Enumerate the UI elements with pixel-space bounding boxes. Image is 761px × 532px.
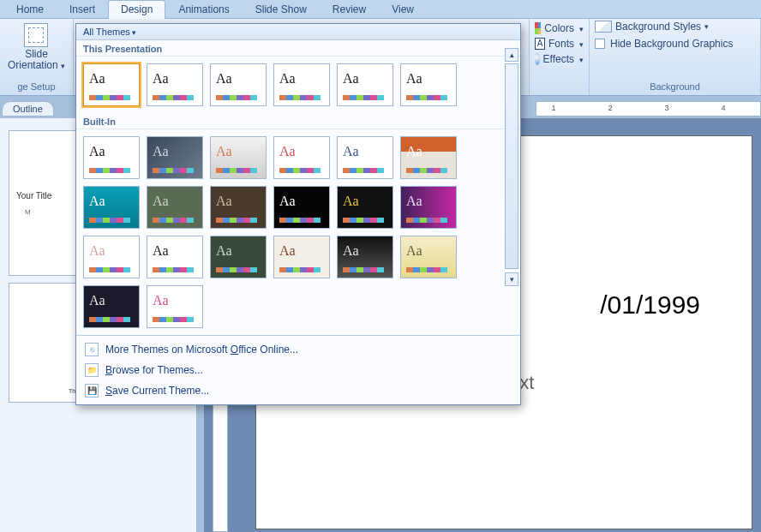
ribbon-tab-view[interactable]: View: [379, 0, 427, 19]
theme-thumb[interactable]: Aa: [83, 186, 140, 229]
theme-color-strip: [343, 95, 384, 100]
theme-thumb[interactable]: Aa: [147, 136, 203, 179]
ribbon-tab-insert[interactable]: Insert: [57, 0, 108, 19]
theme-thumb[interactable]: Aa: [147, 186, 203, 229]
background-styles-button[interactable]: Background Styles ▾: [595, 21, 755, 33]
presentation-themes-grid: AaAaAaAaAaAa: [76, 57, 520, 113]
theme-color-strip: [153, 95, 194, 100]
effects-button[interactable]: Effects: [535, 51, 584, 67]
theme-thumb[interactable]: Aa: [83, 236, 140, 278]
themes-dropdown-footer: ⎋ More Themes on Microsoft Office Online…: [76, 335, 520, 404]
theme-thumb[interactable]: Aa: [273, 186, 330, 229]
all-themes-header[interactable]: All Themes: [76, 24, 520, 40]
theme-color-strip: [153, 168, 194, 173]
theme-thumb[interactable]: Aa: [273, 63, 330, 106]
theme-color-strip: [216, 95, 257, 100]
theme-color-strip: [279, 267, 321, 272]
theme-aa: Aa: [406, 71, 422, 87]
thumb1-sub: M: [25, 208, 31, 216]
theme-aa: Aa: [343, 71, 359, 87]
theme-thumb[interactable]: Aa: [400, 63, 457, 106]
slide-orientation-button[interactable]: SlideOrientation ▾: [6, 21, 67, 74]
group-theme-options: Colors AFonts Effects: [530, 19, 590, 95]
theme-thumb[interactable]: Aa: [147, 63, 203, 106]
online-icon: ⎋: [85, 343, 99, 356]
theme-aa: Aa: [89, 293, 105, 308]
fonts-icon: A: [535, 38, 545, 50]
theme-thumb[interactable]: Aa: [83, 136, 140, 179]
hide-background-checkbox[interactable]: Hide Background Graphics: [595, 33, 755, 50]
theme-thumb[interactable]: Aa: [210, 63, 267, 106]
menu-more-themes-online[interactable]: ⎋ More Themes on Microsoft Office Online…: [76, 339, 520, 360]
theme-color-strip: [279, 218, 321, 223]
theme-aa: Aa: [279, 144, 296, 159]
themes-scroll-up[interactable]: ▴: [505, 48, 518, 62]
fonts-button[interactable]: AFonts: [535, 36, 584, 51]
theme-aa: Aa: [279, 71, 296, 87]
theme-aa: Aa: [216, 194, 232, 209]
theme-color-strip: [89, 95, 130, 100]
theme-color-strip: [216, 267, 257, 272]
theme-thumb[interactable]: Aa: [337, 136, 393, 179]
theme-color-strip: [406, 267, 447, 272]
theme-aa: Aa: [343, 144, 359, 159]
slide-date-text[interactable]: /01/1999: [600, 290, 700, 320]
theme-aa: Aa: [89, 71, 105, 87]
theme-thumb[interactable]: Aa: [83, 285, 140, 328]
colors-button[interactable]: Colors: [535, 21, 584, 36]
theme-color-strip: [406, 218, 447, 223]
theme-thumb[interactable]: Aa: [147, 236, 203, 278]
theme-color-strip: [279, 168, 321, 173]
ribbon-tab-review[interactable]: Review: [320, 0, 379, 19]
ribbon-tab-slide-show[interactable]: Slide Show: [243, 0, 320, 19]
theme-aa: Aa: [343, 194, 359, 209]
menu-browse-for-themes[interactable]: 📁 Browse for Themes...: [76, 360, 520, 380]
horizontal-ruler: 1234: [536, 101, 761, 117]
theme-aa: Aa: [216, 71, 232, 87]
theme-color-strip: [343, 267, 384, 272]
theme-thumb[interactable]: Aa: [400, 136, 457, 179]
theme-thumb[interactable]: Aa: [210, 186, 267, 229]
theme-color-strip: [406, 95, 447, 100]
theme-color-strip: [153, 267, 194, 272]
theme-thumb[interactable]: Aa: [337, 236, 393, 278]
theme-aa: Aa: [343, 243, 359, 259]
outline-tab[interactable]: Outline: [2, 101, 54, 117]
theme-color-strip: [153, 317, 194, 322]
theme-thumb[interactable]: Aa: [400, 236, 457, 278]
theme-aa: Aa: [153, 293, 169, 308]
theme-thumb[interactable]: Aa: [337, 186, 393, 229]
browse-icon: 📁: [85, 363, 99, 377]
ruler-tick: 4: [721, 104, 725, 112]
themes-scrollbar[interactable]: [505, 63, 518, 269]
theme-color-strip: [216, 168, 257, 173]
theme-thumb[interactable]: Aa: [337, 63, 393, 106]
theme-color-strip: [89, 168, 130, 173]
theme-thumb[interactable]: Aa: [83, 63, 140, 106]
colors-label: Colors: [544, 22, 574, 34]
theme-thumb[interactable]: Aa: [273, 236, 330, 278]
theme-aa: Aa: [89, 194, 105, 209]
theme-thumb[interactable]: Aa: [210, 236, 267, 278]
theme-aa: Aa: [406, 144, 422, 159]
thumb1-title: Your Title: [16, 191, 51, 200]
effects-label: Effects: [543, 53, 574, 65]
theme-color-strip: [89, 218, 130, 223]
ribbon-tab-animations[interactable]: Animations: [165, 0, 242, 19]
theme-thumb[interactable]: Aa: [147, 285, 203, 328]
ribbon-tab-design[interactable]: Design: [108, 0, 165, 19]
theme-thumb[interactable]: Aa: [400, 186, 457, 229]
theme-color-strip: [89, 317, 130, 322]
background-styles-label: Background Styles: [615, 21, 701, 33]
theme-aa: Aa: [153, 243, 169, 259]
themes-scroll-down[interactable]: ▾: [505, 272, 518, 286]
menu-save-current-theme[interactable]: 💾 Save Current Theme...: [76, 380, 520, 401]
theme-aa: Aa: [406, 194, 422, 209]
theme-thumb[interactable]: Aa: [210, 136, 267, 179]
ruler-tick: 2: [608, 104, 612, 112]
theme-thumb[interactable]: Aa: [273, 136, 330, 179]
theme-aa: Aa: [279, 194, 296, 209]
theme-color-strip: [343, 218, 384, 223]
theme-aa: Aa: [153, 71, 169, 87]
ribbon-tab-home[interactable]: Home: [3, 0, 57, 19]
